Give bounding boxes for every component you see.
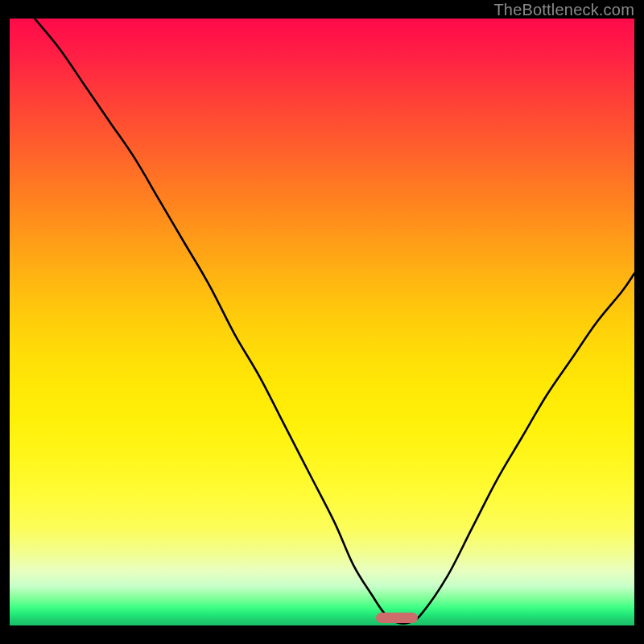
attribution-text: TheBottleneck.com (493, 1, 634, 19)
minimum-marker (376, 613, 418, 623)
plot-area (10, 19, 634, 625)
chart-container: TheBottleneck.com (0, 0, 644, 644)
bottleneck-curve (35, 19, 634, 624)
bottleneck-curve-svg (10, 19, 634, 625)
